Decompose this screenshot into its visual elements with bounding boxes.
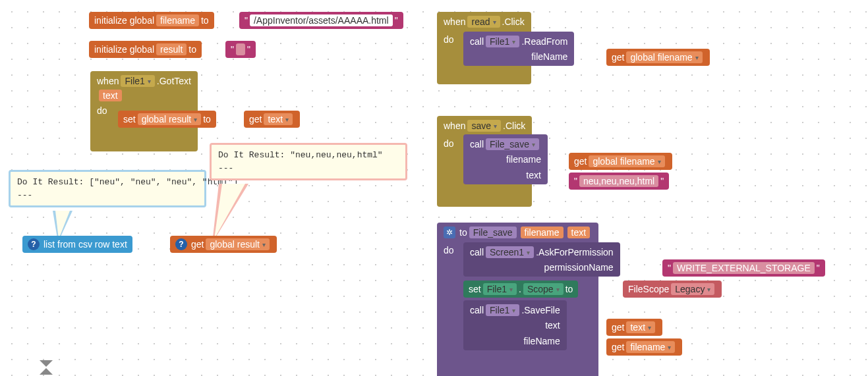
- keyword-get: get: [574, 156, 587, 167]
- block-set-var[interactable]: set global result to: [118, 111, 216, 128]
- keyword-to: to: [565, 284, 573, 294]
- tooltip-csv-result: Do It Result: "neu,neu,neu,html" ---: [210, 143, 407, 180]
- expand-icon[interactable]: [40, 360, 53, 367]
- keyword-filescope: FileScope: [628, 284, 669, 294]
- event-name: .Click: [503, 121, 525, 131]
- keyword-init: initialize global: [94, 44, 154, 55]
- tooltip-list-result: Do It Result: ["neu", "neu", "neu", "htm…: [9, 170, 206, 207]
- var-selector[interactable]: text: [626, 321, 655, 333]
- component-selector[interactable]: File1: [121, 75, 154, 87]
- expand-icon[interactable]: [40, 368, 53, 375]
- block-call-filesave[interactable]: call File_save filename text: [463, 134, 548, 184]
- keyword-get: get: [191, 239, 204, 250]
- keyword-get: get: [612, 52, 624, 63]
- var-selector[interactable]: global filename: [589, 155, 664, 167]
- proc-name: File_save: [469, 227, 517, 238]
- arg-label: fileName: [523, 336, 560, 346]
- component-selector[interactable]: File1: [486, 36, 519, 47]
- keyword-call: call: [470, 305, 484, 315]
- event-param: text: [99, 90, 122, 101]
- event-name: .GotText: [157, 76, 191, 86]
- quote-close: ": [660, 176, 664, 186]
- prop-selector[interactable]: Scope: [523, 283, 564, 295]
- keyword-do: do: [444, 138, 454, 149]
- component-selector[interactable]: read: [467, 16, 500, 28]
- string-value: [236, 43, 245, 55]
- keyword-to: to: [188, 44, 196, 55]
- block-get-text[interactable]: get text: [244, 111, 300, 128]
- keyword-when: when: [444, 121, 465, 131]
- event-name: .Click: [502, 16, 525, 27]
- quote-open: ": [245, 15, 248, 26]
- keyword-to: to: [201, 15, 209, 26]
- block-init-result[interactable]: initialize global result to: [89, 41, 202, 58]
- help-icon[interactable]: ?: [28, 238, 40, 250]
- block-label: list from csv row text: [43, 239, 127, 250]
- keyword-when: when: [444, 16, 465, 27]
- var-selector[interactable]: filename: [626, 341, 675, 353]
- block-get-filename[interactable]: get global filename: [606, 49, 710, 66]
- arg-label: text: [545, 320, 560, 331]
- var-name-chip: filename: [156, 14, 199, 26]
- block-set-scope[interactable]: set File1 . Scope to: [463, 281, 578, 298]
- quote-close: ": [817, 263, 820, 273]
- block-call-savefile[interactable]: call File1 .SaveFile text fileName: [463, 300, 567, 350]
- keyword-do: do: [97, 105, 107, 116]
- arg-label: fileName: [531, 51, 567, 62]
- block-list-from-csv[interactable]: ? list from csv row text: [22, 236, 132, 253]
- block-string-csv[interactable]: " neu,neu,neu,html ": [569, 173, 669, 190]
- keyword-get: get: [249, 114, 262, 124]
- keyword-get: get: [612, 342, 624, 352]
- enum-selector[interactable]: Legacy: [671, 283, 714, 295]
- quote-open: ": [231, 44, 234, 55]
- keyword-set: set: [123, 114, 136, 124]
- arg-label: text: [526, 170, 541, 180]
- proc-selector[interactable]: File_save: [486, 138, 539, 150]
- keyword-to: to: [203, 114, 211, 124]
- string-value: /AppInventor/assets/AAAAA.html: [250, 14, 393, 26]
- gear-icon[interactable]: ✲: [444, 227, 455, 238]
- block-init-filename[interactable]: initialize global filename to: [89, 12, 214, 29]
- arg-label: permissionName: [544, 262, 614, 273]
- block-call-permission[interactable]: call Screen1 .AskForPermission permissio…: [463, 242, 620, 277]
- block-string-permission[interactable]: " WRITE_EXTERNAL_STORAGE ": [662, 259, 825, 277]
- quote-close: ": [247, 44, 250, 55]
- keyword-call: call: [470, 139, 484, 149]
- arg-label: filename: [506, 154, 541, 165]
- component-selector[interactable]: File1: [486, 304, 519, 316]
- keyword-set: set: [469, 284, 481, 294]
- keyword-do: do: [444, 245, 454, 255]
- block-call-readfrom[interactable]: call File1 .ReadFrom fileName: [463, 32, 574, 66]
- var-selector[interactable]: text: [264, 113, 293, 125]
- block-get-filename3[interactable]: get filename: [606, 338, 682, 356]
- quote-close: ": [395, 15, 398, 26]
- block-string-filename[interactable]: " /AppInventor/assets/AAAAA.html ": [239, 12, 403, 29]
- block-get-text2[interactable]: get text: [606, 319, 662, 336]
- var-selector[interactable]: global result: [138, 113, 202, 125]
- string-value: WRITE_EXTERNAL_STORAGE: [673, 262, 815, 274]
- component-selector[interactable]: save: [467, 120, 501, 132]
- keyword-to: to: [459, 227, 467, 238]
- var-selector[interactable]: global filename: [626, 51, 702, 63]
- keyword-init: initialize global: [94, 15, 154, 26]
- block-get-filename2[interactable]: get global filename: [569, 153, 672, 170]
- proc-param: text: [567, 227, 591, 238]
- component-selector[interactable]: Screen1: [486, 246, 534, 258]
- block-get-result[interactable]: ? get global result: [170, 236, 277, 253]
- keyword-do: do: [444, 34, 454, 45]
- block-string-empty[interactable]: " ": [225, 41, 256, 58]
- block-filescope[interactable]: FileScope Legacy: [623, 281, 722, 298]
- keyword-call: call: [470, 247, 484, 257]
- help-icon[interactable]: ?: [175, 238, 187, 250]
- quote-open: ": [668, 263, 671, 273]
- string-value: neu,neu,neu,html: [579, 175, 658, 187]
- var-selector[interactable]: global result: [206, 238, 270, 250]
- component-selector[interactable]: File1: [483, 283, 517, 295]
- dot: .: [519, 284, 521, 294]
- method-name: .AskForPermission: [536, 247, 613, 257]
- tooltip-tail-icon: [212, 184, 252, 243]
- keyword-get: get: [612, 322, 624, 333]
- proc-param: filename: [521, 227, 564, 238]
- quote-open: ": [574, 176, 577, 186]
- method-name: .SaveFile: [521, 305, 560, 315]
